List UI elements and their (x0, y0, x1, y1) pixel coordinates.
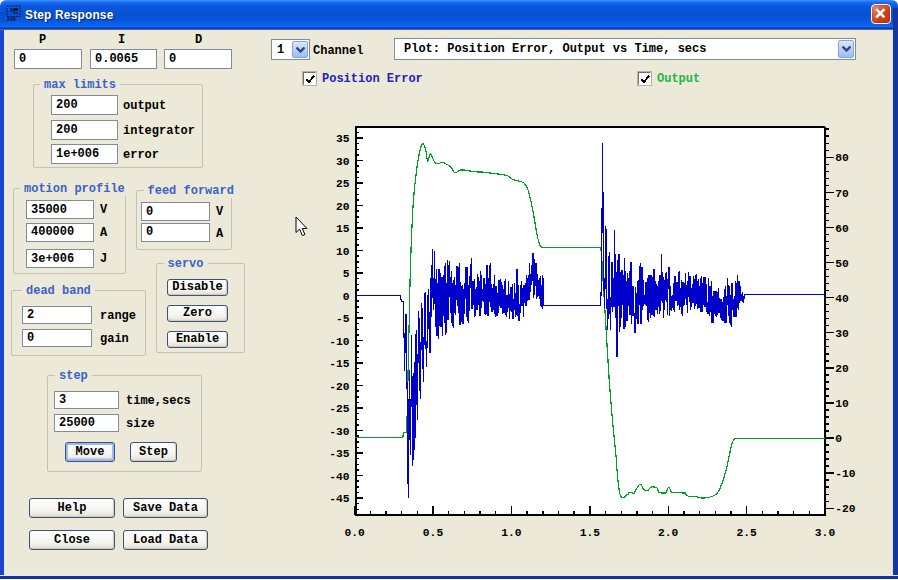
svg-text:20: 20 (336, 201, 350, 213)
svg-text:0: 0 (835, 433, 842, 445)
svg-text:1.5: 1.5 (580, 527, 601, 539)
svg-text:-15: -15 (329, 358, 350, 370)
svg-text:50: 50 (835, 258, 849, 270)
svg-text:-45: -45 (329, 493, 350, 505)
svg-text:1.0: 1.0 (501, 527, 522, 539)
svg-text:5: 5 (343, 268, 350, 280)
svg-text:10: 10 (835, 398, 849, 410)
svg-text:40: 40 (835, 293, 849, 305)
svg-text:20: 20 (835, 363, 849, 375)
svg-text:2.5: 2.5 (736, 527, 757, 539)
svg-text:-10: -10 (835, 468, 856, 480)
svg-text:-20: -20 (329, 381, 350, 393)
svg-text:3.0: 3.0 (815, 527, 836, 539)
svg-text:0.5: 0.5 (423, 527, 444, 539)
svg-text:0: 0 (343, 291, 350, 303)
svg-text:-5: -5 (336, 313, 350, 325)
svg-text:35: 35 (336, 133, 350, 145)
svg-text:30: 30 (336, 156, 350, 168)
svg-text:-20: -20 (835, 503, 856, 515)
svg-text:-35: -35 (329, 448, 350, 460)
svg-text:70: 70 (835, 188, 849, 200)
svg-text:10: 10 (336, 246, 350, 258)
svg-text:0.0: 0.0 (344, 527, 365, 539)
svg-text:-10: -10 (329, 336, 350, 348)
svg-text:80: 80 (835, 152, 849, 164)
svg-text:-30: -30 (329, 426, 350, 438)
svg-text:2.0: 2.0 (658, 527, 679, 539)
svg-text:60: 60 (835, 223, 849, 235)
svg-text:15: 15 (336, 223, 350, 235)
svg-text:-25: -25 (329, 403, 350, 415)
svg-text:-40: -40 (329, 471, 350, 483)
svg-text:25: 25 (336, 178, 350, 190)
svg-text:30: 30 (835, 328, 849, 340)
